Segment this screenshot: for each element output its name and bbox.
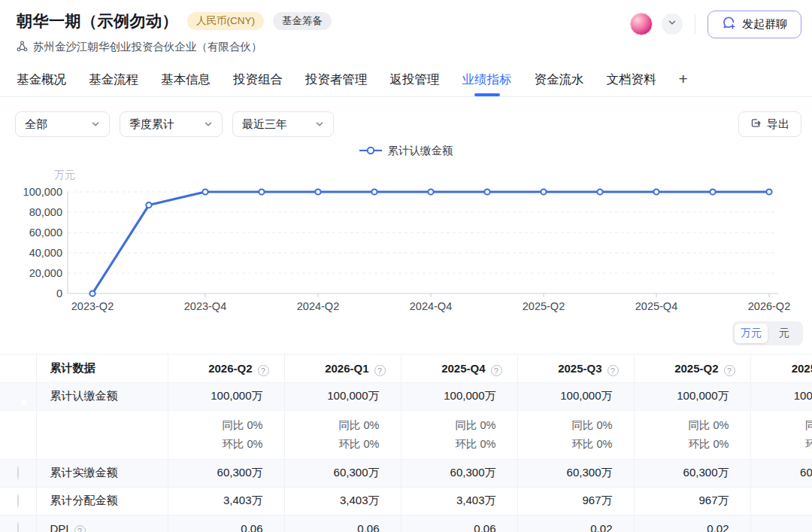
radio-paid-in[interactable] (17, 466, 19, 480)
help-icon[interactable] (491, 365, 502, 376)
cell-dpi-2026-q2: 0.06 (168, 515, 284, 532)
start-group-chat-button[interactable]: 发起群聊 (707, 11, 801, 38)
cell-distributed-2025-q2: 967万 (634, 487, 750, 515)
chevron-down-icon (91, 118, 100, 131)
cell-comparison: 同比 0%环比 0% (517, 410, 634, 459)
export-icon (750, 117, 762, 131)
cell-dpi-2026-q1: 0.06 (284, 515, 401, 532)
help-icon[interactable] (258, 365, 269, 376)
range-select[interactable]: 最近三年 (232, 111, 334, 137)
add-tab-button[interactable]: + (679, 71, 688, 89)
col-header-2025-q2: 2025-Q2 (634, 354, 750, 382)
unit-option-yuan[interactable]: 元 (768, 324, 801, 343)
col-header-2026-q1: 2026-Q1 (284, 354, 401, 382)
svg-text:0: 0 (56, 287, 62, 299)
cell-committed-2025-q2: 100,000万 (634, 382, 750, 410)
cell-distributed-2026-q2: 3,403万 (168, 487, 284, 515)
chevron-down-icon (315, 118, 324, 131)
svg-text:20,000: 20,000 (29, 267, 62, 279)
chart-legend: 累计认缴金额 (0, 144, 812, 158)
unit-option-wanyuan[interactable]: 万元 (735, 324, 768, 343)
cell-paid-in-2026-q2: 60,300万 (168, 459, 284, 487)
tab-documents[interactable]: 文档资料 (607, 63, 656, 96)
cell-committed-2026-q2: 100,000万 (168, 382, 284, 410)
chevron-down-icon (204, 118, 213, 131)
aggregation-select-value: 季度累计 (129, 117, 174, 132)
col-header-metric: 累计数据 (36, 354, 168, 382)
help-icon[interactable] (607, 365, 619, 376)
row-committed: 累计认缴金额 100,000万 100,000万 100,000万 100,00… (0, 382, 812, 410)
cell-distributed-2025-q4: 3,403万 (401, 487, 517, 515)
tab-reinvest-mgmt[interactable]: 返投管理 (390, 63, 440, 96)
user-menu-button[interactable] (662, 14, 683, 35)
help-icon[interactable] (724, 365, 735, 376)
cell-committed-2025-q4: 100,000万 (401, 382, 517, 410)
tab-investor-mgmt[interactable]: 投资者管理 (305, 63, 368, 96)
scope-select-value: 全部 (25, 117, 47, 132)
committed-capital-line-chart: 万元020,00040,00060,00080,000100,0002023-Q… (0, 162, 812, 316)
col-header-2025-q1: 2025-Q1 (750, 354, 812, 382)
svg-text:2025-Q2: 2025-Q2 (523, 300, 565, 312)
start-group-chat-label: 发起群聊 (742, 17, 787, 32)
row-paid-in: 累计实缴金额 60,300万 60,300万 60,300万 60,300万 6… (0, 459, 812, 487)
cell-distributed-2026-q1: 3,403万 (284, 487, 401, 515)
cell-dpi-2025-q4: 0.06 (401, 515, 517, 532)
avatar[interactable] (630, 13, 653, 35)
row-distributed: 累计分配金额 3,403万 3,403万 3,403万 967万 967万 96… (0, 487, 812, 515)
company-name: 苏州金沙江朝华创业投资合伙企业（有限合伙） (33, 40, 262, 54)
cell-paid-in-2025-q3: 60,300万 (517, 459, 634, 487)
organization-icon (17, 41, 28, 54)
row-label: DPI (36, 515, 168, 532)
export-button[interactable]: 导出 (738, 111, 801, 137)
page-header: 朝华一期（示例勿动） 人民币(CNY) 基金筹备 苏州金沙江朝华创业投资合伙企业… (17, 11, 332, 54)
row-label: 累计实缴金额 (36, 459, 168, 487)
col-header-2025-q4: 2025-Q4 (401, 354, 517, 382)
tab-fund-process[interactable]: 基金流程 (89, 63, 138, 96)
tab-performance-metrics[interactable]: 业绩指标 (462, 63, 512, 96)
cell-paid-in-2025-q1: 60,300万 (750, 459, 812, 487)
cell-comparison: 同比 0%环比 0% (750, 410, 812, 459)
col-header-2026-q2: 2026-Q2 (168, 354, 284, 382)
svg-text:万元: 万元 (54, 169, 75, 181)
tab-cash-flow[interactable]: 资金流水 (535, 63, 584, 96)
chevron-down-icon (667, 17, 677, 31)
help-icon[interactable] (74, 525, 86, 532)
cell-committed-2026-q1: 100,000万 (284, 382, 401, 410)
row-label: 累计分配金额 (36, 487, 168, 515)
cell-distributed-2025-q3: 967万 (517, 487, 634, 515)
tab-fund-overview[interactable]: 基金概况 (17, 63, 66, 96)
metrics-table: 累计数据 2026-Q2 2026-Q1 2025-Q4 2025-Q3 202… (0, 354, 812, 532)
help-icon[interactable] (374, 365, 386, 376)
currency-badge: 人民币(CNY) (187, 12, 264, 30)
svg-text:2025-Q4: 2025-Q4 (635, 300, 677, 312)
fund-status-badge: 基金筹备 (273, 12, 332, 30)
tab-basic-info[interactable]: 基本信息 (161, 63, 211, 96)
cell-paid-in-2025-q4: 60,300万 (401, 459, 517, 487)
radio-dpi[interactable] (17, 521, 19, 532)
cell-committed-2025-q1: 100,000万 (750, 382, 812, 410)
filter-row: 全部 季度累计 最近三年 (15, 111, 334, 137)
svg-text:40,000: 40,000 (29, 247, 62, 259)
svg-text:100,000: 100,000 (23, 186, 62, 198)
svg-text:2023-Q2: 2023-Q2 (71, 300, 114, 312)
user-cluster: 发起群聊 (630, 10, 801, 38)
svg-text:2026-Q2: 2026-Q2 (748, 300, 790, 312)
svg-text:60,000: 60,000 (29, 226, 62, 239)
fund-title: 朝华一期（示例勿动） (17, 11, 178, 32)
radio-column-header (0, 354, 36, 382)
svg-text:80,000: 80,000 (29, 206, 62, 218)
cell-paid-in-2026-q1: 60,300万 (284, 459, 401, 487)
cell-committed-2025-q3: 100,000万 (517, 382, 634, 410)
range-select-value: 最近三年 (242, 117, 287, 132)
aggregation-select[interactable]: 季度累计 (120, 111, 223, 137)
legend-label: 累计认缴金额 (388, 144, 453, 158)
legend-item-committed[interactable]: 累计认缴金额 (359, 144, 453, 158)
cell-comparison: 同比 0%环比 0% (634, 410, 750, 459)
row-dpi: DPI 0.06 0.06 0.06 0.02 0.02 0.02 (0, 515, 812, 532)
cell-dpi-2025-q1: 0.02 (750, 515, 812, 532)
cell-comparison: 同比 0%环比 0% (284, 410, 401, 459)
radio-distributed[interactable] (17, 494, 19, 508)
fund-tab-bar: 基金概况 基金流程 基本信息 投资组合 投资者管理 返投管理 业绩指标 资金流水… (0, 63, 812, 97)
tab-portfolio[interactable]: 投资组合 (233, 63, 283, 96)
scope-select[interactable]: 全部 (15, 111, 110, 137)
